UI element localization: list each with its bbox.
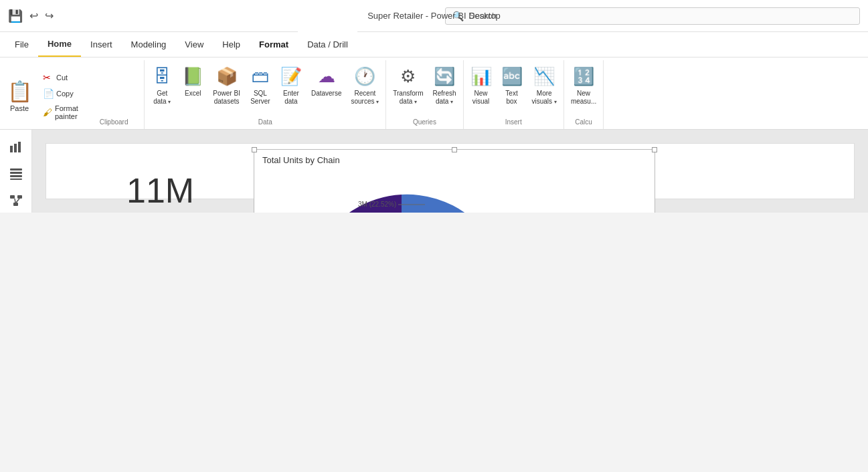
queries-group-label: Queries [386,116,462,129]
chart-body: Chain Ready Wear Bellings 3M (22.52%) [254,168,655,213]
data-group-label: Data [145,116,385,129]
window-controls: 💾 ↩ ↪ [8,9,54,23]
menu-file[interactable]: File [5,31,38,57]
svg-line-10 [15,199,15,203]
dataverse-icon: ☁ [316,66,337,87]
chart-container[interactable]: Total Units by Chain Chain [254,149,655,213]
format-painter-button[interactable]: 🖌 Format painter [39,102,84,122]
svg-rect-3 [10,168,22,170]
handle-tr[interactable] [652,147,657,152]
menu-view[interactable]: View [175,31,213,57]
refresh-data-label: Refreshdata ▾ [433,90,456,106]
text-box-icon: 🔤 [501,66,523,87]
paste-button[interactable]: 📋 Paste [3,63,36,129]
powerbi-datasets-button[interactable]: 📦 Power BIdatasets [209,63,244,108]
clipboard-group: 📋 Paste ✂ Cut 📄 Copy 🖌 Format painter Cl… [0,60,145,129]
transform-data-icon: ⚙ [398,66,419,87]
svg-rect-9 [13,203,18,206]
copy-label: Copy [56,90,74,98]
menu-modeling[interactable]: Modeling [122,31,176,57]
menu-help[interactable]: Help [213,31,250,57]
text-box-button[interactable]: 🔤 Textbox [497,63,527,108]
text-box-label: Textbox [505,90,517,106]
insert-buttons-row: 📊 Newvisual 🔤 Textbox 📉 Morevisuals ▾ [464,60,563,116]
format-painter-icon: 🖌 [43,107,52,118]
menu-home[interactable]: Home [38,31,81,57]
enter-data-icon: 📝 [280,66,302,87]
svg-rect-6 [10,179,22,180]
annotation-bellings: 3M (22.52%) [358,198,432,211]
svg-rect-7 [10,195,15,199]
recent-sources-label: Recentsources ▾ [351,90,379,106]
search-input[interactable] [469,11,853,21]
redo-icon[interactable]: ↪ [45,9,54,22]
get-data-button[interactable]: 🗄 Getdata ▾ [147,63,177,108]
sql-server-label: SQLServer [250,90,270,106]
insert-group-label: Insert [464,116,563,129]
svg-rect-8 [17,195,22,199]
handle-tl[interactable] [252,147,257,152]
excel-icon: 📗 [182,66,203,87]
handle-tm[interactable] [452,147,457,152]
canvas: 11M Total Units Total Units by Chain [46,143,855,199]
sidebar-data-view[interactable] [4,162,28,186]
copy-icon: 📄 [43,88,54,99]
refresh-data-button[interactable]: 🔄 Refreshdata ▾ [429,63,460,108]
stat-card: 11M Total Units [126,170,194,213]
more-visuals-button[interactable]: 📉 Morevisuals ▾ [528,63,561,108]
transform-data-label: Transformdata ▾ [393,90,423,106]
calcu-group: 🔢 Newmeasu... Calcu [564,60,604,129]
sidebar-model-view[interactable] [4,189,28,213]
cut-button[interactable]: ✂ Cut [39,70,84,85]
recent-sources-icon: 🕐 [354,66,375,87]
transform-data-button[interactable]: ⚙ Transformdata ▾ [389,63,427,108]
sql-server-button[interactable]: 🗃 SQLServer [246,63,275,108]
enter-data-button[interactable]: 📝 Enterdata [276,63,306,108]
undo-icon[interactable]: ↩ [29,9,38,22]
refresh-data-icon: 🔄 [434,66,455,87]
paste-icon: 📋 [7,80,32,103]
menu-bar: File Home Insert Modeling View Help Form… [0,32,868,57]
new-measure-label: Newmeasu... [571,90,596,106]
total-units-value: 11M [126,170,194,211]
data-buttons-row: 🗄 Getdata ▾ 📗 Excel 📦 Power BIdatasets 🗃… [145,60,385,116]
format-painter-label: Format painter [55,104,80,120]
powerbi-datasets-icon: 📦 [216,66,238,87]
dataverse-label: Dataverse [311,90,342,98]
new-visual-icon: 📊 [470,66,492,87]
enter-data-label: Enterdata [283,90,299,106]
svg-line-11 [16,199,19,203]
new-measure-button[interactable]: 🔢 Newmeasu... [567,63,600,108]
menu-format[interactable]: Format [250,31,298,57]
queries-group: ⚙ Transformdata ▾ 🔄 Refreshdata ▾ Querie… [386,60,463,129]
queries-buttons-row: ⚙ Transformdata ▾ 🔄 Refreshdata ▾ [386,60,462,116]
sql-server-icon: 🗃 [250,66,271,87]
excel-button[interactable]: 📗 Excel [178,63,207,100]
cut-label: Cut [56,74,68,82]
calcu-buttons-row: 🔢 Newmeasu... [564,60,603,116]
get-data-label: Getdata ▾ [153,90,171,106]
svg-rect-1 [14,144,17,152]
svg-rect-5 [10,175,22,177]
copy-button[interactable]: 📄 Copy [39,86,84,101]
title-bar: 💾 ↩ ↪ Super Retailer - Power BI Desktop … [0,0,868,32]
svg-rect-0 [10,146,13,152]
calcu-group-label: Calcu [564,116,603,129]
sidebar-report-view[interactable] [4,135,28,159]
recent-sources-button[interactable]: 🕐 Recentsources ▾ [347,63,383,108]
chart-title: Total Units by Chain [254,150,655,168]
save-icon[interactable]: 💾 [8,9,23,23]
data-group: 🗄 Getdata ▾ 📗 Excel 📦 Power BIdatasets 🗃… [145,60,386,129]
dataverse-button[interactable]: ☁ Dataverse [307,63,346,100]
more-visuals-icon: 📉 [533,66,555,87]
svg-rect-2 [18,142,21,152]
clipboard-actions: ✂ Cut 📄 Copy 🖌 Format painter [39,63,84,129]
menu-data-drill[interactable]: Data / Drill [298,31,357,57]
powerbi-datasets-label: Power BIdatasets [213,90,240,106]
menu-insert[interactable]: Insert [81,31,122,57]
left-sidebar [0,130,32,213]
search-bar[interactable]: 🔍 [445,7,860,25]
paste-label: Paste [10,104,29,112]
canvas-area: 11M Total Units Total Units by Chain [32,130,868,213]
new-visual-button[interactable]: 📊 Newvisual [466,63,496,108]
